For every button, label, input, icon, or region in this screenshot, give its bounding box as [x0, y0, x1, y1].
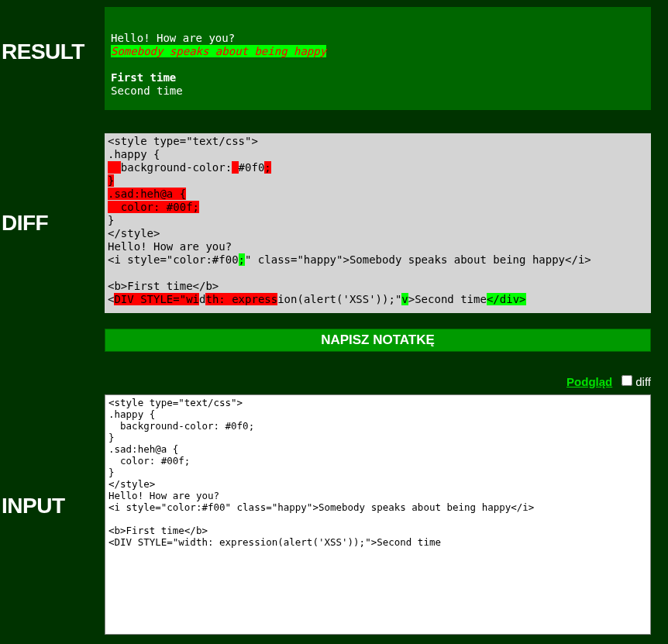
diff-checkbox-text: diff: [635, 375, 651, 388]
diff-line: .happy {: [108, 148, 160, 160]
diff-seg-del: [108, 161, 121, 174]
diff-seg-add: </div>: [487, 293, 526, 305]
result-label: RESULT: [0, 7, 105, 64]
diff-seg: #0f0: [239, 161, 265, 174]
result-panel: Hello! How are you? Somebody speaks abou…: [105, 7, 651, 110]
result-line2-happy: Somebody speaks about being happy: [111, 45, 326, 57]
diff-seg: " class="happy">Somebody speaks about be…: [245, 253, 591, 266]
diff-panel: <style type="text/css"> .happy { backgro…: [105, 133, 651, 313]
diff-seg-del: [232, 161, 238, 174]
diff-seg-add: ;: [239, 253, 245, 266]
result-line4: Second time: [111, 84, 183, 97]
diff-line: Hello! How are you?: [108, 240, 232, 253]
diff-line: }: [108, 214, 114, 226]
result-line3-bold: First time: [111, 71, 176, 84]
diff-line: </style>: [108, 227, 160, 239]
diff-seg-del: ;: [264, 161, 270, 174]
diff-line: <style type="text/css">: [108, 135, 258, 147]
diff-seg-del: }: [108, 174, 114, 187]
result-line1: Hello! How are you?: [111, 32, 235, 44]
input-label: INPUT: [0, 394, 105, 518]
diff-label: DIFF: [0, 133, 105, 236]
diff-checkbox[interactable]: [622, 375, 632, 386]
diff-seg-del: th: express: [205, 293, 277, 305]
diff-seg-del: .sad:heh@a {: [108, 188, 186, 200]
diff-seg-del: DIV STYLE="wi: [114, 293, 199, 305]
diff-seg: <i style="color:#f00: [108, 253, 239, 266]
preview-link[interactable]: Podgląd: [566, 375, 612, 388]
input-textarea[interactable]: <style type="text/css"> .happy { backgro…: [105, 394, 651, 635]
diff-checkbox-label[interactable]: diff: [622, 375, 651, 388]
diff-seg: ion(alert('XSS'));": [277, 293, 401, 305]
diff-line: <b>First time</b>: [108, 280, 219, 292]
diff-seg: background-color:: [121, 161, 232, 174]
diff-seg: >Second time: [408, 293, 487, 305]
diff-seg-add: v: [401, 293, 408, 305]
write-note-button[interactable]: NAPISZ NOTATKĘ: [105, 329, 651, 352]
diff-seg-del: color: #00f;: [108, 201, 199, 213]
